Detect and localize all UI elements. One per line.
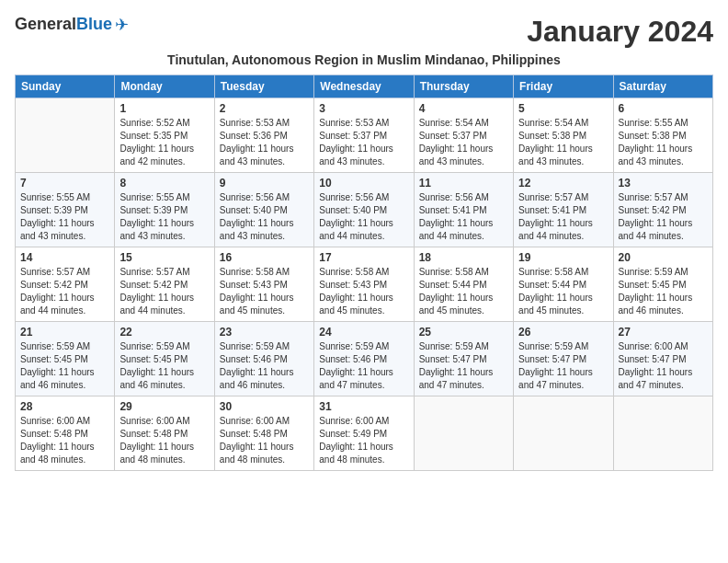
day-info: Sunrise: 5:59 AMSunset: 5:47 PMDaylight:…	[419, 340, 508, 392]
day-number: 24	[319, 326, 408, 339]
table-row: 11Sunrise: 5:56 AMSunset: 5:41 PMDayligh…	[414, 173, 513, 247]
table-row: 8Sunrise: 5:55 AMSunset: 5:39 PMDaylight…	[115, 173, 214, 247]
calendar-table: Sunday Monday Tuesday Wednesday Thursday…	[15, 75, 713, 471]
day-number: 25	[419, 326, 508, 339]
day-info: Sunrise: 6:00 AMSunset: 5:48 PMDaylight:…	[220, 415, 309, 466]
day-number: 14	[20, 251, 109, 264]
day-number: 9	[220, 177, 309, 190]
day-number: 2	[220, 102, 309, 115]
day-number: 11	[419, 177, 508, 190]
day-number: 26	[518, 326, 608, 339]
table-row: 16Sunrise: 5:58 AMSunset: 5:43 PMDayligh…	[214, 247, 313, 322]
day-info: Sunrise: 5:59 AMSunset: 5:46 PMDaylight:…	[319, 340, 408, 392]
day-info: Sunrise: 5:58 AMSunset: 5:44 PMDaylight:…	[518, 266, 608, 317]
calendar-week-row: 21Sunrise: 5:59 AMSunset: 5:45 PMDayligh…	[16, 322, 713, 396]
day-info: Sunrise: 5:56 AMSunset: 5:40 PMDaylight:…	[319, 191, 408, 243]
day-number: 6	[619, 102, 708, 115]
logo-bird-icon: ✈	[115, 15, 129, 35]
day-number: 10	[319, 177, 408, 190]
day-info: Sunrise: 5:57 AMSunset: 5:42 PMDaylight:…	[20, 266, 109, 317]
table-row: 28Sunrise: 6:00 AMSunset: 5:48 PMDayligh…	[16, 396, 115, 471]
table-row: 30Sunrise: 6:00 AMSunset: 5:48 PMDayligh…	[214, 396, 313, 471]
col-sunday: Sunday	[16, 75, 115, 98]
day-number: 23	[220, 326, 309, 339]
day-info: Sunrise: 5:58 AMSunset: 5:43 PMDaylight:…	[319, 266, 408, 317]
table-row: 9Sunrise: 5:56 AMSunset: 5:40 PMDaylight…	[214, 173, 313, 247]
table-row: 14Sunrise: 5:57 AMSunset: 5:42 PMDayligh…	[16, 247, 115, 322]
day-info: Sunrise: 6:00 AMSunset: 5:48 PMDaylight:…	[119, 415, 209, 466]
day-info: Sunrise: 5:57 AMSunset: 5:41 PMDaylight:…	[518, 191, 608, 243]
table-row: 20Sunrise: 5:59 AMSunset: 5:45 PMDayligh…	[613, 247, 712, 322]
day-info: Sunrise: 5:53 AMSunset: 5:36 PMDaylight:…	[220, 117, 309, 168]
calendar-week-row: 14Sunrise: 5:57 AMSunset: 5:42 PMDayligh…	[16, 247, 713, 322]
col-monday: Monday	[115, 75, 214, 98]
day-info: Sunrise: 5:56 AMSunset: 5:41 PMDaylight:…	[419, 191, 508, 243]
day-number: 13	[619, 177, 708, 190]
logo-blue: Blue	[76, 15, 112, 33]
day-info: Sunrise: 5:57 AMSunset: 5:42 PMDaylight:…	[119, 266, 209, 317]
table-row: 2Sunrise: 5:53 AMSunset: 5:36 PMDaylight…	[214, 98, 313, 173]
table-row	[613, 396, 712, 471]
day-number: 16	[220, 251, 309, 264]
logo-area: GeneralBlue ✈	[15, 15, 129, 35]
calendar-week-row: 28Sunrise: 6:00 AMSunset: 5:48 PMDayligh…	[16, 396, 713, 471]
calendar-header-row: Sunday Monday Tuesday Wednesday Thursday…	[16, 75, 713, 98]
table-row: 15Sunrise: 5:57 AMSunset: 5:42 PMDayligh…	[115, 247, 214, 322]
day-number: 12	[518, 177, 608, 190]
day-number: 18	[419, 251, 508, 264]
table-row: 12Sunrise: 5:57 AMSunset: 5:41 PMDayligh…	[514, 173, 613, 247]
day-number: 7	[20, 177, 109, 190]
day-number: 15	[119, 251, 209, 264]
day-number: 3	[319, 102, 408, 115]
day-number: 22	[119, 326, 209, 339]
day-info: Sunrise: 5:55 AMSunset: 5:39 PMDaylight:…	[20, 191, 109, 243]
day-info: Sunrise: 5:55 AMSunset: 5:39 PMDaylight:…	[119, 191, 209, 243]
day-number: 8	[119, 177, 209, 190]
table-row: 24Sunrise: 5:59 AMSunset: 5:46 PMDayligh…	[314, 322, 414, 396]
table-row	[514, 396, 613, 471]
calendar-week-row: 1Sunrise: 5:52 AMSunset: 5:35 PMDaylight…	[16, 98, 713, 173]
day-number: 17	[319, 251, 408, 264]
day-number: 19	[518, 251, 608, 264]
day-number: 29	[119, 400, 209, 413]
table-row: 5Sunrise: 5:54 AMSunset: 5:38 PMDaylight…	[514, 98, 613, 173]
table-row: 22Sunrise: 5:59 AMSunset: 5:45 PMDayligh…	[115, 322, 214, 396]
day-info: Sunrise: 5:54 AMSunset: 5:37 PMDaylight:…	[419, 117, 508, 168]
day-info: Sunrise: 5:57 AMSunset: 5:42 PMDaylight:…	[619, 191, 708, 243]
day-info: Sunrise: 5:54 AMSunset: 5:38 PMDaylight:…	[518, 117, 608, 168]
subtitle: Tinutulan, Autonomous Region in Muslim M…	[15, 52, 713, 67]
day-number: 5	[518, 102, 608, 115]
table-row: 17Sunrise: 5:58 AMSunset: 5:43 PMDayligh…	[314, 247, 414, 322]
table-row: 25Sunrise: 5:59 AMSunset: 5:47 PMDayligh…	[414, 322, 513, 396]
table-row: 10Sunrise: 5:56 AMSunset: 5:40 PMDayligh…	[314, 173, 414, 247]
day-info: Sunrise: 6:00 AMSunset: 5:47 PMDaylight:…	[619, 340, 708, 392]
month-title: January 2024	[527, 15, 713, 49]
day-info: Sunrise: 5:59 AMSunset: 5:46 PMDaylight:…	[220, 340, 309, 392]
day-number: 20	[619, 251, 708, 264]
page-container: GeneralBlue ✈ January 2024 Tinutulan, Au…	[15, 15, 713, 471]
table-row: 4Sunrise: 5:54 AMSunset: 5:37 PMDaylight…	[414, 98, 513, 173]
table-row	[16, 98, 115, 173]
day-info: Sunrise: 6:00 AMSunset: 5:48 PMDaylight:…	[20, 415, 109, 466]
col-friday: Friday	[514, 75, 613, 98]
day-info: Sunrise: 5:55 AMSunset: 5:38 PMDaylight:…	[619, 117, 708, 168]
day-info: Sunrise: 5:58 AMSunset: 5:44 PMDaylight:…	[419, 266, 508, 317]
col-saturday: Saturday	[613, 75, 712, 98]
calendar-week-row: 7Sunrise: 5:55 AMSunset: 5:39 PMDaylight…	[16, 173, 713, 247]
table-row: 13Sunrise: 5:57 AMSunset: 5:42 PMDayligh…	[613, 173, 712, 247]
day-number: 1	[119, 102, 209, 115]
day-info: Sunrise: 5:58 AMSunset: 5:43 PMDaylight:…	[220, 266, 309, 317]
logo-general: General	[15, 15, 76, 33]
day-number: 21	[20, 326, 109, 339]
day-number: 27	[619, 326, 708, 339]
col-tuesday: Tuesday	[214, 75, 313, 98]
table-row	[414, 396, 513, 471]
table-row: 21Sunrise: 5:59 AMSunset: 5:45 PMDayligh…	[16, 322, 115, 396]
day-info: Sunrise: 5:52 AMSunset: 5:35 PMDaylight:…	[119, 117, 209, 168]
day-number: 28	[20, 400, 109, 413]
table-row: 3Sunrise: 5:53 AMSunset: 5:37 PMDaylight…	[314, 98, 414, 173]
table-row: 1Sunrise: 5:52 AMSunset: 5:35 PMDaylight…	[115, 98, 214, 173]
table-row: 31Sunrise: 6:00 AMSunset: 5:49 PMDayligh…	[314, 396, 414, 471]
day-info: Sunrise: 5:59 AMSunset: 5:45 PMDaylight:…	[119, 340, 209, 392]
day-number: 4	[419, 102, 508, 115]
